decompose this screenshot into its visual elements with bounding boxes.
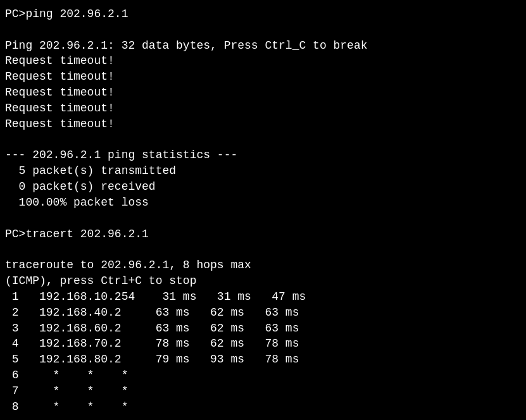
terminal-line-stats-received: 0 packet(s) received — [5, 179, 521, 195]
terminal-line-blank4 — [5, 242, 521, 257]
terminal-line-hop6: 6 * * * — [5, 368, 521, 383]
terminal-line-ping-info: Ping 202.96.2.1: 32 data bytes, Press Ct… — [5, 38, 521, 54]
terminal-line-blank3 — [5, 211, 521, 226]
terminal-line-tracert-info2: (ICMP), press Ctrl+C to stop — [5, 273, 521, 289]
terminal-line-timeout5: Request timeout! — [5, 116, 521, 132]
terminal-line-stats-loss: 100.00% packet loss — [5, 195, 521, 211]
terminal-line-hop1: 1 192.168.10.254 31 ms 31 ms 47 ms — [5, 289, 521, 305]
terminal-line-timeout4: Request timeout! — [5, 101, 521, 116]
terminal-line-stats-header: --- 202.96.2.1 ping statistics --- — [5, 147, 521, 163]
terminal-line-hop3: 3 192.168.60.2 63 ms 62 ms 63 ms — [5, 321, 521, 337]
terminal-line-timeout3: Request timeout! — [5, 85, 521, 101]
terminal-line-blank1 — [5, 22, 521, 38]
terminal-line-tracert-info1: traceroute to 202.96.2.1, 8 hops max — [5, 257, 521, 273]
terminal-window: PC>ping 202.96.2.1Ping 202.96.2.1: 32 da… — [0, 0, 526, 420]
terminal-line-timeout1: Request timeout! — [5, 53, 521, 69]
terminal-line-timeout2: Request timeout! — [5, 69, 521, 85]
terminal-line-hop8: 8 * * * — [5, 399, 521, 415]
terminal-line-stats-transmitted: 5 packet(s) transmitted — [5, 163, 521, 179]
terminal-line-cmd-ping: PC>ping 202.96.2.1 — [5, 6, 521, 22]
terminal-line-hop7: 7 * * * — [5, 383, 521, 399]
terminal-line-hop4: 4 192.168.70.2 78 ms 62 ms 78 ms — [5, 336, 521, 352]
terminal-line-cmd-tracert: PC>tracert 202.96.2.1 — [5, 226, 521, 242]
terminal-line-blank2 — [5, 132, 521, 148]
terminal-line-hop2: 2 192.168.40.2 63 ms 62 ms 63 ms — [5, 305, 521, 321]
terminal-line-hop5: 5 192.168.80.2 79 ms 93 ms 78 ms — [5, 352, 521, 368]
